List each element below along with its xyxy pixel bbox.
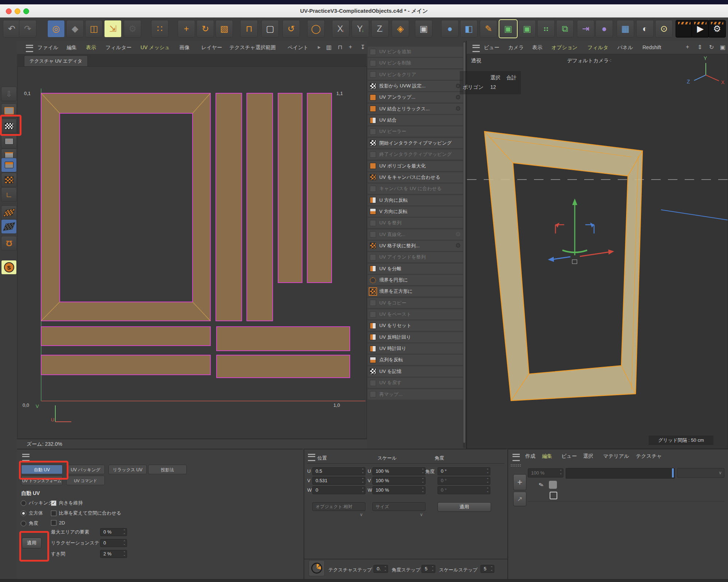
command-UV をリセット[interactable]: UV をリセット [368, 321, 464, 331]
rotate-view-icon[interactable]: ↻ [709, 44, 714, 51]
viewport-frame-icon[interactable]: ▣ [415, 20, 432, 38]
menu-画像[interactable]: 画像 [179, 41, 190, 54]
command-UV を分離[interactable]: UV を分離 [368, 264, 464, 274]
layer-menu-編集[interactable]: 編集 [542, 449, 552, 463]
grid-plane-icon[interactable]: ▦ [617, 20, 634, 38]
radio-立方体[interactable]: 立方体 [21, 510, 43, 516]
rotate-tool[interactable]: ↻ [197, 20, 214, 38]
vp-menu-オプション[interactable]: オプション [551, 41, 578, 54]
spinner-arrows[interactable]: ⌃ ⌄ [431, 565, 434, 573]
command-UV 結合[interactable]: UV 結合 [368, 115, 464, 125]
import-icon[interactable]: ↧ [360, 44, 365, 51]
camera-label[interactable]: デフォルトカメラ [567, 58, 609, 64]
menu-overflow-arrow[interactable]: ▶ [318, 41, 321, 54]
command-UV アンラップ...[interactable]: UV アンラップ...⚙ [368, 92, 464, 102]
mirror-tool-icon[interactable]: ◫ [85, 20, 103, 38]
uv-transfer-tool[interactable]: ⇲ [104, 20, 122, 38]
tab-投影法[interactable]: 投影法 [148, 465, 187, 474]
command-UV 反時計回り[interactable]: UV 反時計回り [368, 332, 464, 342]
render-view-button[interactable] [676, 20, 693, 38]
scale-step-field[interactable]: 5⌃ ⌄ [480, 565, 494, 573]
command-UV 結合とリラックス...[interactable]: UV 結合とリラックス...⚙ [368, 104, 464, 114]
spinner-arrows[interactable]: ⌃ ⌄ [422, 487, 424, 494]
polygon-object-icon[interactable]: ▣ [518, 20, 536, 38]
command-V 方向に反転[interactable]: V 方向に反転 [368, 207, 464, 217]
spinner-arrows[interactable]: ⌃ ⌄ [422, 477, 424, 484]
texture-step-field[interactable]: 0.⌃ ⌄ [373, 565, 388, 573]
command-UV を記憶[interactable]: UV を記憶 [368, 366, 464, 377]
scale-field-W[interactable]: 100 %⌃ ⌄ [372, 486, 426, 494]
checkbox-向きを維持[interactable]: ✓向きを維持 [51, 500, 83, 506]
layer-menu-作成[interactable]: 作成 [525, 449, 535, 463]
lock-tool-icon[interactable]: ⊓ [240, 20, 258, 38]
pan-icon[interactable]: + [349, 44, 352, 50]
spinner-arrows[interactable]: ⌃ ⌄ [486, 468, 489, 475]
layer-zoom-field[interactable]: 100 %⌃ ⌄ [528, 468, 563, 477]
command-境界を正方形に[interactable]: 境界を正方形に [368, 286, 464, 296]
layer-menu-選択[interactable]: 選択 [583, 449, 593, 463]
z-axis-lock[interactable]: Z↓ [371, 20, 389, 38]
maximize-view-icon[interactable]: ▣ [720, 44, 725, 51]
spinner-arrows[interactable]: ⌃ ⌄ [559, 469, 562, 476]
pen-tool-icon[interactable]: ✎ [480, 20, 497, 38]
command-UV 時計回り[interactable]: UV 時計回り [368, 343, 464, 354]
viewport-menu-icon[interactable] [472, 45, 480, 52]
command-投影から UVW 設定...[interactable]: 投影から UVW 設定...⚙ [368, 81, 464, 91]
tab-texture-uv-editor[interactable]: テクスチャ UV エディタ [24, 55, 88, 66]
command-UV ポリゴンを最大化[interactable]: UV ポリゴンを最大化 [368, 161, 464, 171]
projection-label[interactable]: 透視 [471, 58, 481, 64]
uv-editor-menu-icon[interactable] [26, 45, 33, 52]
scale-field-U[interactable]: 100 %⌃ ⌄ [372, 467, 426, 475]
command-UV 格子状に整列...[interactable]: UV 格子状に整列...⚙ [368, 241, 464, 251]
transform-apply-button[interactable]: 適用 [438, 502, 491, 512]
points-object-icon[interactable]: ⠶ [537, 20, 555, 38]
radio-パッキング[interactable]: パッキング [21, 500, 53, 506]
command-開始インタラクティブマッピング[interactable]: 開始インタラクティブマッピング [368, 138, 464, 148]
bw-circles-icon[interactable]: ◐ [636, 20, 654, 38]
layer-pen-icon[interactable]: ✎ [538, 481, 545, 489]
add-layer-button[interactable]: + [513, 474, 526, 490]
dropdown-size[interactable]: サイズ∨ [372, 502, 426, 511]
pos-field-U[interactable]: 0.5⌃ ⌄ [312, 467, 365, 475]
axis-mode[interactable]: ∟ [1, 187, 17, 202]
render-settings-button[interactable]: ⚙ [708, 20, 726, 38]
uv-canvas[interactable]: 0,1 1,1 0,0 1,0 V U [17, 66, 367, 439]
sphere-deform-icon[interactable]: ● [596, 20, 613, 38]
layer-mask-swatch[interactable] [550, 492, 557, 499]
command-gear-icon[interactable]: ⚙ [455, 94, 461, 101]
snap-magnet[interactable]: Ω [1, 236, 17, 251]
uv-polygon-mode[interactable] [1, 173, 17, 187]
spinner-arrows[interactable]: ⌃ ⌄ [490, 565, 493, 573]
render-play-button[interactable]: ▶ [692, 20, 709, 38]
field-すき間[interactable]: 2 %⌃ ⌄ [100, 550, 127, 558]
field-リラクゼーションステップ[interactable]: 0⌃ ⌄ [100, 539, 127, 547]
marquee-select-icon[interactable]: ▢ [261, 20, 279, 38]
spinner-arrows[interactable]: ⌃ ⌄ [422, 468, 424, 475]
menu-フィルター[interactable]: フィルター [106, 41, 131, 54]
vp-menu-パネル[interactable]: パネル [617, 41, 633, 54]
camera-settings-icon[interactable]: ⁖ [609, 58, 612, 63]
layer-panel-menu-icon[interactable] [513, 454, 520, 461]
3d-viewport[interactable]: YZX [467, 54, 728, 449]
cubes-stack-icon[interactable]: ⧉ [556, 20, 574, 38]
layer-color-swatch[interactable] [549, 481, 557, 489]
spinner-arrows[interactable]: ⌃ ⌄ [361, 477, 364, 484]
polygon-object-active-icon[interactable]: ▣ [499, 20, 517, 38]
angle-field-U[interactable]: 0 °⌃ ⌄ [438, 467, 490, 475]
vp-menu-カメラ[interactable]: カメラ [508, 41, 524, 54]
selection-circle-icon[interactable]: ◯ [307, 20, 325, 38]
scale-tool[interactable]: ▧ [215, 20, 233, 38]
histogram-icon[interactable]: ▥ [326, 44, 332, 51]
menu-編集[interactable]: 編集 [67, 41, 77, 54]
workplane-icon[interactable]: ◈ [392, 20, 409, 38]
y-axis-lock[interactable]: Y↓ [352, 20, 369, 38]
tab-UV コマンド[interactable]: UV コマンド [66, 476, 105, 485]
snap-settings[interactable]: S [1, 260, 17, 275]
split-plane-icon[interactable]: ⇥ [577, 20, 594, 38]
lock-icon[interactable]: ⊓ [338, 44, 342, 51]
spinner-arrows[interactable]: ⌃ ⌄ [361, 487, 364, 494]
menu-UV メッシュ[interactable]: UV メッシュ [141, 41, 170, 54]
x-axis-lock[interactable]: X↓ [332, 20, 349, 38]
dropdown-object-relative[interactable]: オブジェクト:相対∨ [312, 502, 365, 511]
spinner-arrows[interactable]: ⌃ ⌄ [123, 550, 126, 558]
